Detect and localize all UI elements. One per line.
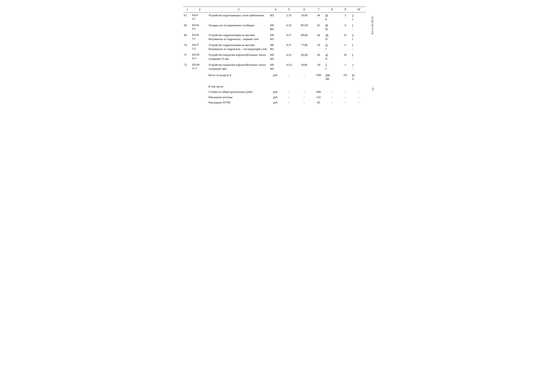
sub-label: Стоимость общестроительных работ [208,89,269,95]
total-unit: руб. [269,72,282,83]
sub-code [191,89,208,95]
row-col7: 29 [312,42,325,52]
row-col10: I- [352,42,366,52]
row-code: EII-84I3-2 [191,62,208,72]
row-col5: -0,53 [282,62,296,72]
sub-unit: руб. [269,100,282,105]
row-col9: I [339,62,352,72]
row-code: EII-6I9-I [191,22,208,32]
sub-label: Накладные расходы [208,95,269,100]
sub-num [183,100,191,105]
sub-col9: – [339,89,352,95]
col-header-2: 2 [191,7,208,13]
row-col6: I8,80 [296,62,312,72]
sub-unit: руб. [269,95,282,100]
row-col5: 0,37 [282,42,296,52]
sub-row: Стоимость общестроительных работ руб. – … [183,89,366,95]
sub-col10: – [352,89,366,95]
row-col8: 30I5 [325,32,339,42]
sub-col8: – [325,89,339,95]
row-col10: I- [352,52,366,62]
row-num: 70. [183,42,191,52]
sub-col7: I4I6 [312,89,325,95]
sub-col8: – [325,95,339,100]
table-row: 68. EII-6I9-I Укладка лаг по кирпичным с… [183,22,366,32]
total-col7: I780 [312,72,325,83]
page-container: 264-12-241.88 (5) - 22 - 1 2 3 4 5 6 [183,7,366,105]
sub-row: Накладные НУЧП руб. – – 85 – – – [183,100,366,105]
row-col6: II8,00 [296,32,312,42]
row-col7: 44 [312,32,325,42]
row-unit: I00M2 [269,32,282,42]
col-header-9: 9 [339,7,352,13]
sub-code [191,100,208,105]
row-col8: 2I [325,62,339,72]
col-header-3: 3 [208,7,269,13]
row-col5: 0,37 [282,32,296,42]
row-col6: I2I,00 [296,52,312,62]
row-col7: 65 [312,22,325,32]
row-col9: 9 [339,22,352,32]
sub-col8: – [325,100,339,105]
sub-row: Накладные расходы руб. – – 232 – – – [183,95,366,100]
row-col8: I57 [325,42,339,52]
row-desc: Устройство гидроизоляции на мастике биту… [208,32,269,42]
table-row: 70. EII-I73-2 Устройство гидроизоляции н… [183,42,366,52]
row-col9: I2 [339,32,352,42]
table-row: 7I. EII-83I3-I Устройство покрытий асфал… [183,52,366,62]
table-row: 72. EII-84I3-2 Устройство покрытий асфал… [183,62,366,72]
row-col6: 77,00 [296,42,312,52]
row-desc: Устройство гидроизоляции на мастике биту… [208,42,269,52]
sub-col5: – [282,95,296,100]
row-unit: M3 [269,13,282,22]
col-header-8: 8 [325,7,339,13]
row-num: 68. [183,22,191,32]
row-col7: 64 [312,52,325,62]
col-header-5: 5 [282,7,296,13]
sub-col9: – [339,100,352,105]
row-col5: 2,76 [282,13,296,22]
row-desc: Устройство подстилающих слоев щебеночных [208,13,269,22]
row-col10: I- [352,22,366,32]
col-header-7: 7 [312,7,325,13]
row-num: 7I. [183,52,191,62]
sub-col9: – [339,95,352,100]
row-unit: I00M2 [269,22,282,32]
row-code: EII-6I-5 [191,13,208,22]
total-code [191,72,208,83]
row-col7: 44 [312,13,325,22]
sub-col5: – [282,89,296,95]
total-col6: – [296,72,312,83]
row-col8: I9I0 [325,22,339,32]
table-row: 69. EII-I63-I Устройство гидроизоляции н… [183,32,366,42]
row-unit: I00M2 [269,52,282,62]
row-code: EII-I73-2 [191,42,208,52]
subtotal-label-text: В том числе: [208,82,366,89]
total-col5: – [282,72,296,83]
row-num: 67. [183,13,191,22]
row-col8: 2III [325,52,339,62]
total-label: Всего по разделу 8 [208,72,269,83]
row-desc: Устройство покрытий асфальтобетонных лит… [208,62,269,72]
subtotal-label-code [191,82,208,89]
subtotal-label-num [183,82,191,89]
row-desc: Укладка лаг по кирпичным столбикам [208,22,269,32]
row-col9: I0 [339,52,352,62]
sub-col7: 232 [312,95,325,100]
row-col10: 3I [352,13,366,22]
row-col6: I87,00 [296,22,312,32]
sub-col6: – [296,89,312,95]
row-col7: -I0 [312,62,325,72]
row-col5: 0,35 [282,22,296,32]
col-header-6: 6 [296,7,312,13]
row-desc: Устройство покрытий асфальтобетонных лит… [208,52,269,62]
sub-col5: – [282,100,296,105]
row-unit: I00M2 [269,62,282,72]
row-code: EII-83I3-I [191,52,208,62]
sub-col6: – [296,95,312,100]
total-col8: 294I46 [325,72,339,83]
row-num: 69. [183,32,191,42]
total-row: Всего по разделу 8 руб. – – I780 294I46 … [183,72,366,83]
row-col9: 6 [339,42,352,52]
sub-col10: – [352,95,366,100]
